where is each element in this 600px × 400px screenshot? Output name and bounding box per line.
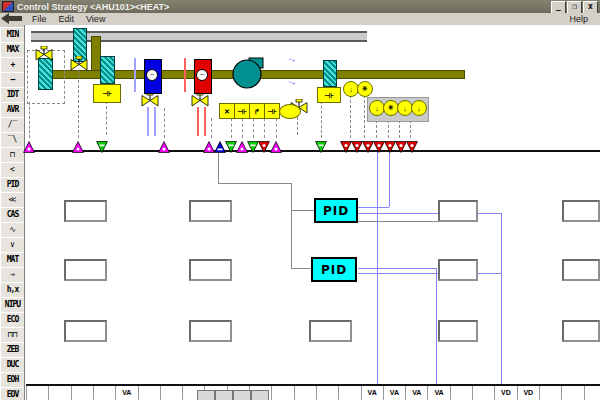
valve-intake[interactable] [35,46,53,61]
toolbar-button-cas[interactable]: CAS [0,207,25,223]
toolbar-button-max[interactable]: MAX [0,42,25,58]
menu-item-edit[interactable]: Edit [53,13,81,25]
toolbar-button-minus[interactable]: — [0,72,25,88]
terminal-cell[interactable] [472,386,494,400]
menu-item-view[interactable]: View [80,13,111,25]
terminal-cell[interactable] [561,386,583,400]
logic-ellipse[interactable] [279,104,301,119]
dashed-signal-line [350,95,351,138]
terminal-cell[interactable]: VD [517,386,539,400]
toolbar-button-duc[interactable]: DUC [0,357,25,373]
toolbar-button-curve-arrow[interactable]: ↝ [0,267,25,283]
terminal-cell[interactable]: VA [361,386,383,400]
valve-heating[interactable] [191,92,209,107]
terminal-cell[interactable] [316,386,338,400]
damper-intake[interactable] [38,58,53,90]
filter-1[interactable] [100,56,115,84]
io-terminal-up[interactable] [23,139,35,151]
terminal-cell[interactable] [584,386,600,400]
terminal-cell[interactable] [160,386,182,400]
valve-outdoor[interactable] [70,56,88,71]
terminal-cell[interactable]: VA [383,386,405,400]
io-terminal-down[interactable] [258,139,270,151]
toolbar-button-tri-wave[interactable]: ∿ [0,222,25,238]
supply-fan[interactable] [232,57,266,90]
terminal-cell[interactable]: VA [405,386,427,400]
terminal-cell[interactable] [138,386,160,400]
toolbar-button-plus[interactable]: + [0,57,25,73]
io-terminal-up[interactable] [270,139,282,151]
filter-dp-box-1[interactable]: ⊣⊦ [93,84,121,103]
pid-block-2[interactable]: PID [311,257,357,282]
title-bar[interactable]: Control Strategy <AHU101><HEAT> _❐x [0,0,600,13]
terminal-cell[interactable]: VA [115,386,137,400]
toolbar-button-zeb[interactable]: ZEB [0,342,25,358]
terminal-cell[interactable]: VA [427,386,449,400]
toolbar-button-mat[interactable]: MAT [0,252,25,268]
io-block[interactable] [64,320,107,342]
toolbar-button-avr[interactable]: AVR [0,102,25,118]
toolbar-button-eoh[interactable]: EOH [0,372,25,388]
terminal-block[interactable] [197,390,215,400]
toolbar-button-pulse[interactable]: ⊓⊓ [0,327,25,343]
logic-box-3[interactable]: ⊣⊦ [264,103,280,119]
toolbar-button-ramp-down[interactable]: ‾\ [0,132,25,148]
io-block[interactable] [562,320,600,342]
menu-item-file[interactable]: File [26,13,53,25]
toolbar-button-much-less[interactable]: ≪ [0,192,25,208]
filter-2[interactable] [323,60,337,87]
terminal-cell[interactable] [93,386,115,400]
logic-box-1[interactable]: ⊣⊦ [234,103,250,119]
pid-block-1[interactable]: PID [314,198,358,223]
terminal-cell[interactable] [26,386,48,400]
io-terminal-down[interactable] [96,139,108,151]
sensor-temp-3[interactable]: ↓ [411,100,427,116]
terminal-cell[interactable] [450,386,472,400]
back-arrow-icon[interactable] [1,13,23,24]
io-block[interactable] [189,200,232,222]
toolbar-button-nipu[interactable]: NIPU [0,297,25,313]
io-block[interactable] [438,259,478,281]
toolbar-button-idt[interactable]: IDT [0,87,25,103]
io-block[interactable] [64,259,107,281]
filter-dp-box-2[interactable]: ⊣⊦ [317,87,341,103]
io-terminal-down[interactable] [406,139,418,151]
toolbar-button-eco[interactable]: ECO [0,312,25,328]
terminal-block[interactable] [251,390,269,400]
dashed-signal-line [399,120,400,138]
terminal-cell[interactable] [294,386,316,400]
terminal-block[interactable] [215,390,233,400]
toolbar-button-step[interactable]: ⊓ [0,147,25,163]
terminal-block[interactable] [233,390,251,400]
io-block[interactable] [309,320,352,342]
io-block[interactable] [562,200,600,222]
terminal-cell[interactable]: VD [494,386,516,400]
io-terminal-up[interactable] [158,139,170,151]
menu-item-help[interactable]: Help [563,13,594,25]
toolbar-button-hx[interactable]: h,x [0,282,25,298]
toolbar-button-pid[interactable]: PID [0,177,25,193]
terminal-cell[interactable] [338,386,360,400]
toolbar-button-less[interactable]: < [0,162,25,178]
terminal-cell[interactable] [71,386,93,400]
toolbar-button-eov[interactable]: EOV [0,387,25,400]
io-block[interactable] [64,200,107,222]
terminal-cell[interactable] [271,386,293,400]
toolbar-button-ramp-up[interactable]: /‾ [0,117,25,133]
io-block[interactable] [438,320,478,342]
io-block[interactable] [438,200,478,222]
io-block[interactable] [562,259,600,281]
valve-cooling[interactable] [141,92,159,107]
io-terminal-up[interactable] [72,139,84,151]
toolbar-button-vee[interactable]: ∨ [0,237,25,253]
io-terminal-down[interactable] [315,139,327,151]
terminal-cell[interactable] [48,386,70,400]
logic-box-2[interactable]: ↱ [249,103,265,119]
io-block[interactable] [189,320,232,342]
logic-box-x[interactable]: ✕ [219,103,235,119]
terminal-cell[interactable] [539,386,561,400]
sensor-humidity-supply[interactable]: ✳ [357,81,373,97]
toolbar-button-min[interactable]: MIN [0,27,25,43]
strategy-canvas[interactable]: −−✕⊣⊦↱⊣⊦⊣⊦⊣⊦→→↓✳↓✳↓↓PIDPIDVAVAVAVAVAVDVD [24,25,600,400]
io-block[interactable] [189,259,232,281]
